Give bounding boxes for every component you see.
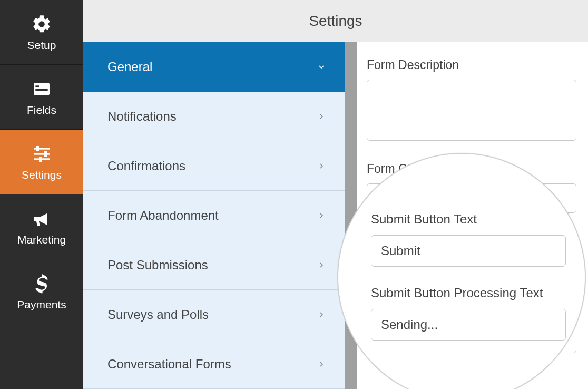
svg-rect-2 <box>35 89 47 91</box>
submenu-item-post-submissions[interactable]: Post Submissions <box>83 240 345 290</box>
sidebar-item-label: Marketing <box>17 234 66 246</box>
settings-submenu: General Notifications Confirmations Form… <box>83 42 345 389</box>
submenu-item-notifications[interactable]: Notifications <box>83 92 345 141</box>
submenu-item-conversational-forms[interactable]: Conversational Forms <box>83 339 345 389</box>
submit-button-text-group: Submit Button Text <box>371 212 585 267</box>
magnifier-content: Submit Button Text Submit Button Process… <box>338 154 585 389</box>
svg-rect-4 <box>34 153 50 154</box>
form-description-input[interactable] <box>367 80 576 141</box>
form-description-label: Form Description <box>367 58 575 72</box>
bullhorn-icon <box>30 207 53 230</box>
sidebar-item-label: Setup <box>27 39 56 52</box>
submit-button-processing-text-label: Submit Button Processing Text <box>371 286 585 300</box>
main-sidebar: Setup Fields Settings Marketing Payments <box>0 0 83 389</box>
chevron-right-icon <box>316 210 327 221</box>
svg-rect-6 <box>36 146 39 151</box>
submit-button-text-input[interactable] <box>371 235 566 267</box>
magnifier-callout: Submit Button Text Submit Button Process… <box>337 153 586 389</box>
sidebar-item-marketing[interactable]: Marketing <box>0 194 83 259</box>
sidebar-item-payments[interactable]: Payments <box>0 259 83 324</box>
page-header: Settings <box>83 0 588 42</box>
svg-rect-1 <box>35 85 39 87</box>
submenu-item-label: Notifications <box>107 109 177 124</box>
chevron-right-icon <box>316 359 327 369</box>
submenu-item-label: Post Submissions <box>107 258 208 273</box>
submenu-item-form-abandonment[interactable]: Form Abandonment <box>83 191 345 240</box>
chevron-right-icon <box>316 111 327 122</box>
sidebar-item-setup[interactable]: Setup <box>0 0 83 65</box>
submenu-item-label: Form Abandonment <box>107 208 219 223</box>
sidebar-item-settings[interactable]: Settings <box>0 130 83 194</box>
submit-button-processing-text-group: Submit Button Processing Text <box>371 286 585 341</box>
submenu-item-surveys-and-polls[interactable]: Surveys and Polls <box>83 290 345 339</box>
submenu-item-label: General <box>107 60 152 74</box>
chevron-right-icon <box>316 309 327 320</box>
page-title: Settings <box>309 13 362 30</box>
submenu-item-label: Conversational Forms <box>107 357 231 372</box>
chevron-right-icon <box>316 260 327 270</box>
sliders-icon <box>30 142 53 166</box>
svg-rect-7 <box>44 151 47 157</box>
sidebar-item-label: Fields <box>27 104 56 116</box>
svg-rect-8 <box>39 157 42 162</box>
sidebar-item-fields[interactable]: Fields <box>0 65 83 130</box>
submenu-item-label: Surveys and Polls <box>107 307 209 322</box>
list-icon <box>30 77 53 101</box>
sidebar-item-label: Settings <box>22 169 62 181</box>
sidebar-item-label: Payments <box>17 298 66 311</box>
dollar-icon <box>30 272 53 295</box>
submit-button-text-label: Submit Button Text <box>371 212 585 227</box>
submit-button-processing-text-input[interactable] <box>371 309 566 341</box>
svg-rect-3 <box>34 148 50 149</box>
chevron-right-icon <box>316 161 327 171</box>
form-description-group: Form Description <box>367 58 575 143</box>
submenu-item-label: Confirmations <box>107 159 185 173</box>
submenu-item-general[interactable]: General <box>83 42 345 92</box>
chevron-down-icon <box>316 62 327 72</box>
gear-icon <box>30 13 53 36</box>
submenu-item-confirmations[interactable]: Confirmations <box>83 141 345 191</box>
